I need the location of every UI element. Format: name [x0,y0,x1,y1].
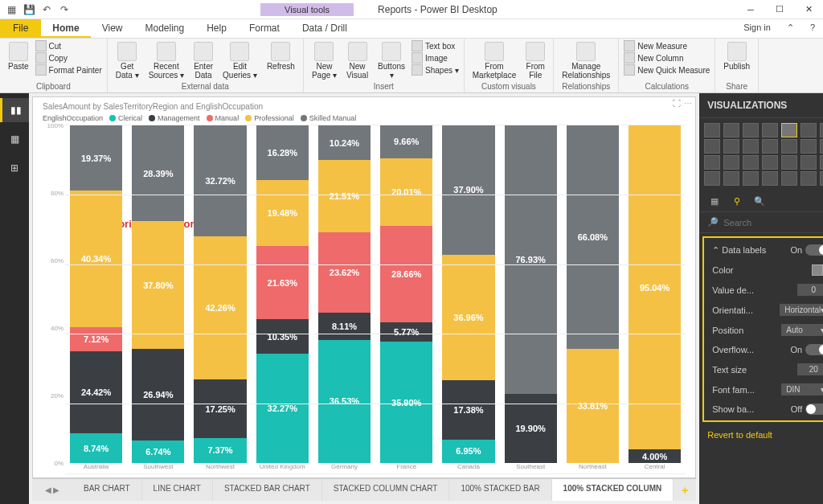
ribbon-button[interactable]: New Page ▾ [309,40,340,81]
ribbon-button[interactable]: New Measure [624,40,710,51]
ribbon-button[interactable]: Copy [35,52,102,64]
menu-tab-view[interactable]: View [91,19,134,38]
viz-type-icon[interactable] [743,155,759,170]
viz-type-icon[interactable] [762,171,778,186]
bar-column[interactable]: 32.27%10.35%21.63%19.48%16.28% [252,125,313,463]
ribbon-button[interactable]: Edit Queries ▾ [219,40,260,81]
bar-column[interactable]: 33.81%66.08% [562,125,624,463]
ribbon-button[interactable]: Refresh [264,40,298,72]
viz-type-icon[interactable] [762,139,778,154]
viz-type-icon[interactable] [723,155,739,170]
viz-type-icon[interactable] [781,139,797,154]
data-labels-header[interactable]: ⌃ Data labels On [706,240,823,260]
viz-type-icon[interactable] [743,171,759,186]
viz-type-icon[interactable] [723,139,739,154]
orientation-dropdown[interactable]: Horizontal▾ [780,304,823,316]
viz-type-icon[interactable] [762,123,778,137]
page-tab[interactable]: BAR CHART [72,479,142,501]
focus-mode-icon[interactable]: ⛶ [673,99,681,108]
ribbon-button[interactable]: From File [522,40,548,81]
bar-column[interactable]: 7.37%17.25%42.26%32.72% [189,125,251,463]
position-dropdown[interactable]: Auto▾ [781,324,823,336]
font-family-dropdown[interactable]: DIN▾ [781,383,823,395]
viz-type-icon[interactable] [800,123,817,137]
bar-column[interactable]: 19.90%76.93% [500,125,562,463]
viz-type-icon[interactable] [820,123,823,137]
menu-tab-datadrill[interactable]: Data / Drill [291,19,358,38]
fields-tab-icon[interactable]: ▦ [707,194,722,208]
ribbon-button[interactable]: Buttons ▾ [375,40,408,81]
ribbon-button[interactable]: New Column [624,52,710,64]
ribbon-button[interactable]: Cut [35,40,102,51]
maximize-button[interactable]: ☐ [765,0,794,19]
viz-type-icon[interactable] [820,155,823,170]
menu-tab-format[interactable]: Format [238,19,291,38]
bar-column[interactable]: 35.90%5.77%28.66%20.01%9.66% [375,125,437,463]
more-options-icon[interactable]: ⋯ [684,99,692,108]
viz-type-icon[interactable] [723,123,739,137]
chart-visual[interactable]: ⛶ ⋯ SalesAmount by SalesTerritoryRegion … [32,96,696,478]
ribbon-button[interactable]: New Visual [343,40,371,81]
bar-column[interactable]: 4.00%95.04% [624,125,686,463]
menu-tab-modeling[interactable]: Modeling [133,19,195,38]
color-picker[interactable] [812,264,823,276]
page-tab[interactable]: LINE CHART [142,479,213,501]
ribbon-button[interactable]: Enter Data [190,40,216,81]
viz-type-icon[interactable] [781,155,797,170]
ribbon-button[interactable]: Image [412,52,459,64]
page-nav[interactable]: ◀ ▶ [32,479,72,501]
save-icon[interactable]: 💾 [21,2,37,18]
menu-tab-help[interactable]: Help [195,19,238,38]
viz-type-icon[interactable] [800,155,817,170]
viz-type-icon[interactable] [800,139,817,154]
viz-type-icon[interactable] [762,155,778,170]
redo-icon[interactable]: ↷ [56,2,72,18]
analytics-tab-icon[interactable]: 🔍 [752,194,767,208]
viz-type-icon[interactable] [781,171,797,186]
viz-type-icon[interactable] [723,171,739,186]
help-icon[interactable]: ⌃ [779,19,802,38]
page-tab[interactable]: 100% STACKED BAR [449,479,551,501]
format-tab-icon[interactable]: ⚲ [730,194,744,208]
search-input[interactable] [723,218,823,227]
viz-type-icon[interactable] [820,171,823,186]
viz-type-icon[interactable] [743,139,759,154]
ribbon-button[interactable]: Paste [5,40,32,72]
viz-type-icon[interactable] [800,171,817,186]
ribbon-button[interactable]: Shapes ▾ [412,64,459,76]
data-view-icon[interactable]: ▦ [0,127,29,151]
viz-type-icon[interactable] [704,139,720,154]
menu-tab-home[interactable]: Home [41,19,90,38]
bar-column[interactable]: 8.74%24.42%7.12%40.34%19.37% [65,125,127,463]
ribbon-button[interactable]: Recent Sources ▾ [145,40,187,81]
overflow-toggle[interactable] [805,344,823,355]
bar-column[interactable]: 36.53%8.11%23.62%21.51%10.24% [313,125,375,463]
viz-type-icon[interactable] [704,123,720,137]
show-background-toggle[interactable] [805,404,823,415]
report-view-icon[interactable]: ▮▮ [0,98,29,122]
ribbon-button[interactable]: Format Painter [35,64,102,76]
ribbon-button[interactable]: Get Data ▾ [113,40,142,81]
viz-type-icon[interactable] [704,155,720,170]
undo-icon[interactable]: ↶ [39,2,55,18]
ribbon-button[interactable]: New Quick Measure [624,64,710,76]
add-page-button[interactable]: + [674,479,696,501]
viz-type-icon[interactable] [704,171,720,186]
page-tab[interactable]: STACKED COLUMN CHART [322,479,450,501]
file-tab[interactable]: File [0,19,41,38]
text-size-input[interactable]: 20 [797,363,823,375]
ribbon-button[interactable]: Text box [412,40,459,51]
ribbon-button[interactable]: Manage Relationships [559,40,613,81]
page-tab[interactable]: STACKED BAR CHART [213,479,322,501]
value-decimals-input[interactable]: 0 [797,284,823,296]
revert-to-default-link[interactable]: Revert to default [699,425,823,445]
app-icon[interactable]: ▦ [3,2,19,18]
page-tab[interactable]: 100% STACKED COLUMN [552,479,674,501]
minimize-button[interactable]: ─ [736,0,765,19]
close-button[interactable]: ✕ [794,0,823,19]
bar-column[interactable]: 6.95%17.38%36.96%37.90% [437,125,499,463]
signin-link[interactable]: Sign in [735,19,779,38]
visualizations-header[interactable]: VISUALIZATIONS› [699,93,823,118]
model-view-icon[interactable]: ⊞ [0,156,29,180]
ribbon-button[interactable]: Publish [720,40,753,72]
